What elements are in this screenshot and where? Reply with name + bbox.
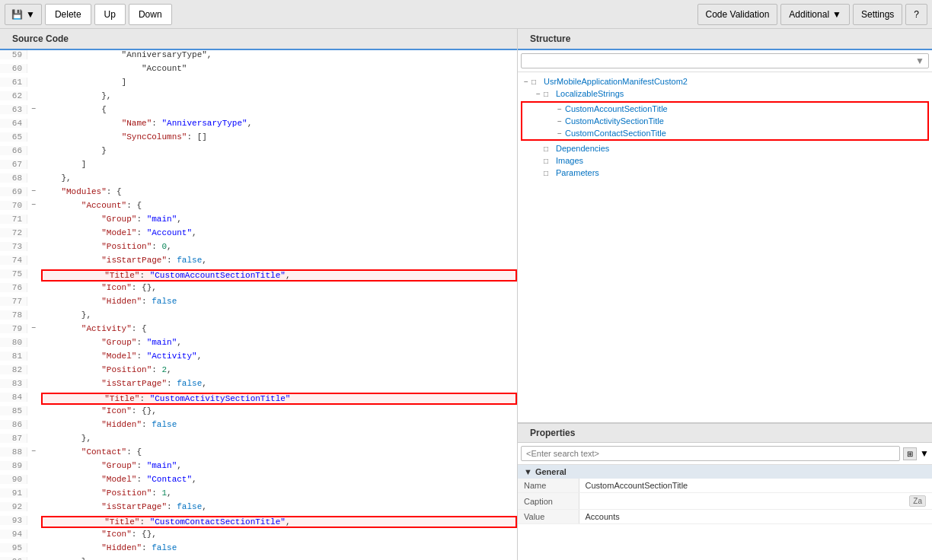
line-content: ] [40, 78, 517, 87]
line-number: 72 [0, 228, 27, 237]
line-number: 77 [0, 297, 27, 306]
code-line: 68 }, [0, 173, 517, 187]
line-content: "Group": "main", [40, 338, 517, 347]
line-toggle-icon[interactable]: − [27, 105, 40, 113]
tree-custom-activity[interactable]: − CustomActivitySectionTitle [551, 115, 927, 127]
line-toggle-icon[interactable]: − [27, 447, 40, 456]
code-line: 61 ] [0, 78, 517, 91]
localizable-label: LocalizableStrings [556, 89, 624, 98]
contact-label: CustomContactSectionTitle [565, 129, 666, 138]
line-content: "Model": "Account", [40, 228, 517, 237]
code-line: 81 "Model": "Activity", [0, 352, 517, 365]
line-content: "Icon": {}, [40, 406, 517, 415]
line-number: 59 [0, 50, 27, 59]
code-line: 78 }, [0, 310, 517, 324]
line-content: "Icon": {}, [40, 283, 517, 292]
tree-custom-account[interactable]: − CustomAccountSectionTitle [551, 103, 927, 115]
line-number: 87 [0, 434, 27, 443]
line-content: "Title": "CustomAccountSectionTitle", [41, 269, 517, 282]
delete-button[interactable]: Delete [45, 4, 91, 25]
up-button[interactable]: Up [94, 4, 126, 25]
tree-root-item[interactable]: − □ UsrMobileApplicationManifestCustom2 [518, 75, 932, 88]
save-dropdown-icon: ▼ [26, 9, 35, 20]
general-toggle-icon: ▼ [524, 467, 532, 476]
properties-grid-button[interactable]: ⊞ [903, 447, 917, 460]
prop-name-value[interactable]: CustomAccountSectionTitle [579, 479, 932, 493]
general-section-header: ▼ General [518, 465, 932, 479]
structure-search-input[interactable] [521, 53, 929, 68]
save-button[interactable]: 💾 ▼ [5, 4, 42, 25]
line-number: 73 [0, 242, 27, 251]
line-content: "Hidden": false [40, 543, 517, 552]
additional-button[interactable]: Additional ▼ [780, 4, 850, 25]
code-line: 91 "Position": 1, [0, 488, 517, 502]
code-area[interactable]: 59 "AnniversaryType",60 "Account"61 ]62 … [0, 50, 517, 560]
param-label: Parameters [556, 168, 599, 177]
code-line: 67 ] [0, 160, 517, 173]
properties-search-input[interactable] [521, 446, 900, 461]
contact-toggle-icon: − [554, 129, 565, 138]
line-number: 62 [0, 91, 27, 100]
code-line: 75 "Title": "CustomAccountSectionTitle", [0, 269, 517, 283]
img-label: Images [556, 156, 583, 165]
img-icon: □ [544, 157, 554, 165]
tree-localizable-strings[interactable]: − □ LocalizableStrings [518, 88, 932, 100]
additional-dropdown-icon: ▼ [832, 9, 841, 20]
line-toggle-icon[interactable]: − [27, 324, 40, 332]
tree-parameters[interactable]: □ Parameters [518, 167, 932, 179]
right-panel: Structure ▼ − □ UsrMobileApplicationMani… [518, 29, 932, 560]
line-content: "Model": "Contact", [40, 475, 517, 484]
line-number: 81 [0, 352, 27, 361]
source-code-tab[interactable]: Source Code [0, 29, 517, 50]
prop-name-row: Name CustomAccountSectionTitle [518, 479, 932, 493]
additional-label: Additional [789, 9, 829, 20]
line-content: "Hidden": false [40, 297, 517, 306]
line-number: 82 [0, 365, 27, 374]
localizable-icon: □ [544, 90, 554, 98]
code-line: 92 "isStartPage": false, [0, 502, 517, 516]
prop-value-value[interactable]: Accounts [579, 510, 932, 524]
code-line: 83 "isStartPage": false, [0, 379, 517, 393]
line-content: "Position": 0, [40, 242, 517, 251]
line-content: "Account": { [40, 201, 517, 210]
prop-caption-value[interactable]: Za [579, 493, 932, 510]
line-content: "Activity": { [40, 324, 517, 333]
line-number: 84 [0, 393, 27, 402]
settings-button[interactable]: Settings [853, 4, 902, 25]
line-number: 93 [0, 516, 27, 525]
line-content: "Title": "CustomContactSectionTitle", [41, 516, 517, 528]
line-number: 75 [0, 269, 27, 278]
help-icon: ? [914, 9, 919, 20]
prop-name-label: Name [518, 479, 579, 493]
code-line: 88− "Contact": { [0, 447, 517, 461]
code-line: 59 "AnniversaryType", [0, 50, 517, 64]
line-number: 66 [0, 146, 27, 155]
line-content: "Name": "AnniversaryType", [40, 119, 517, 128]
line-number: 86 [0, 420, 27, 429]
line-number: 67 [0, 160, 27, 169]
line-number: 68 [0, 173, 27, 183]
down-button[interactable]: Down [129, 4, 172, 25]
line-content: ] [40, 160, 517, 169]
root-icon: □ [531, 78, 542, 86]
tree-dependencies[interactable]: □ Dependencies [518, 142, 932, 154]
tree-images[interactable]: □ Images [518, 154, 932, 167]
line-number: 63 [0, 105, 27, 114]
code-line: 93 "Title": "CustomContactSectionTitle", [0, 516, 517, 530]
structure-tab[interactable]: Structure [518, 29, 932, 50]
line-toggle-icon[interactable]: − [27, 187, 40, 196]
line-content: }, [40, 434, 517, 443]
tree-custom-contact[interactable]: − CustomContactSectionTitle [551, 127, 927, 139]
code-validation-button[interactable]: Code Validation [697, 4, 778, 25]
prop-value-row: Value Accounts [518, 510, 932, 524]
line-toggle-icon[interactable]: − [27, 201, 40, 209]
line-number: 91 [0, 488, 27, 498]
line-content: "Title": "CustomActivitySectionTitle" [41, 393, 517, 405]
line-content: { [40, 105, 517, 114]
line-content: "AnniversaryType", [40, 50, 517, 59]
help-button[interactable]: ? [905, 4, 927, 25]
properties-tab[interactable]: Properties [518, 424, 932, 443]
line-content: "Group": "main", [40, 215, 517, 224]
line-content: } [40, 146, 517, 155]
line-content: "Hidden": false [40, 420, 517, 429]
